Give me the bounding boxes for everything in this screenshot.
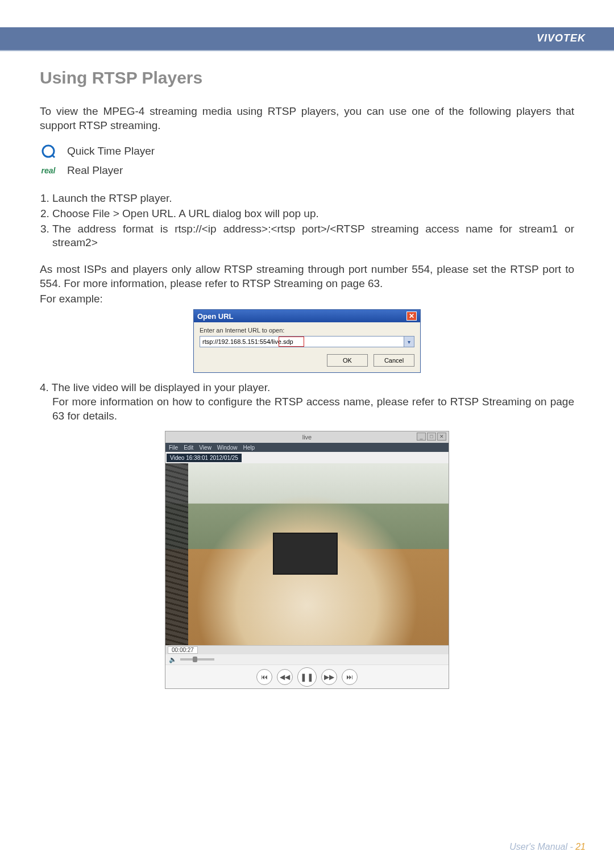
step-text: Launch the RTSP player. — [52, 192, 172, 204]
page-content: Using RTSP Players To view the MPEG-4 st… — [0, 51, 614, 689]
ok-button[interactable]: OK — [327, 354, 368, 367]
dialog-titlebar: Open URL ✕ — [194, 310, 420, 322]
player-row-realplayer: real Real Player — [40, 162, 574, 179]
step-4-lead: 4. The live video will be displayed in y… — [40, 381, 270, 393]
forward-icon[interactable]: ▶▶ — [321, 669, 337, 685]
player-window: live _ □ ✕ File Edit View Window Help Vi… — [165, 431, 449, 689]
skip-forward-icon[interactable]: ⏭ — [342, 669, 358, 685]
page-number: 21 — [575, 842, 586, 852]
menu-window[interactable]: Window — [217, 445, 238, 451]
for-example-label: For example: — [40, 292, 574, 306]
elapsed-time: 00:00:27 — [168, 646, 198, 654]
url-combobox[interactable]: ▾ — [200, 336, 414, 347]
footer-label: User's Manual - — [509, 842, 575, 852]
player-title-text: live — [302, 434, 312, 441]
minimize-icon[interactable]: _ — [417, 433, 426, 441]
transport-controls: ⏮ ◀◀ ❚❚ ▶▶ ⏭ — [165, 665, 449, 688]
cancel-button[interactable]: Cancel — [374, 354, 414, 367]
step-4-sub: For more information on how to configure… — [40, 395, 574, 423]
menu-view[interactable]: View — [199, 445, 211, 451]
player-titlebar: live _ □ ✕ — [165, 431, 449, 443]
dialog-title-text: Open URL — [197, 312, 234, 321]
skip-back-icon[interactable]: ⏮ — [256, 669, 272, 685]
section-title: Using RTSP Players — [40, 68, 574, 88]
speaker-icon[interactable]: 🔈 — [169, 656, 177, 663]
isp-note: As most ISPs and players only allow RTSP… — [40, 263, 574, 290]
volume-slider[interactable] — [180, 658, 214, 661]
video-overlay-row: Video 16:38:01 2012/01/25 — [165, 452, 449, 463]
menu-file[interactable]: File — [169, 445, 178, 451]
url-input[interactable] — [200, 337, 404, 347]
pause-icon[interactable]: ❚❚ — [297, 667, 317, 687]
player-window-wrap: live _ □ ✕ File Edit View Window Help Vi… — [40, 431, 574, 689]
steps-list: Launch the RTSP player. Choose File > Op… — [40, 192, 574, 250]
volume-knob[interactable] — [193, 657, 197, 662]
video-frame — [165, 463, 449, 645]
realplayer-icon: real — [40, 162, 57, 179]
player-list: Quick Time Player real Real Player — [40, 143, 574, 179]
window-buttons: _ □ ✕ — [417, 433, 446, 441]
volume-row: 🔈 — [165, 654, 449, 665]
open-url-dialog-wrap: Open URL ✕ Enter an Internet URL to open… — [40, 309, 574, 373]
step-text: Choose File > Open URL. A URL dialog box… — [52, 207, 319, 219]
rewind-icon[interactable]: ◀◀ — [277, 669, 293, 685]
dialog-body: Enter an Internet URL to open: ▾ OK Canc… — [194, 322, 420, 372]
chevron-down-icon[interactable]: ▾ — [404, 337, 414, 347]
step-text: The address format is rtsp://<ip address… — [52, 223, 574, 249]
player-label: Real Player — [67, 164, 123, 177]
menu-help[interactable]: Help — [243, 445, 255, 451]
step-1: Launch the RTSP player. — [52, 192, 574, 206]
maximize-icon[interactable]: □ — [427, 433, 436, 441]
open-url-dialog: Open URL ✕ Enter an Internet URL to open… — [193, 309, 421, 373]
dialog-button-row: OK Cancel — [200, 354, 414, 367]
player-menubar: File Edit View Window Help — [165, 443, 449, 452]
player-label: Quick Time Player — [67, 145, 155, 157]
step-4-block: 4. The live video will be displayed in y… — [40, 381, 574, 423]
menu-edit[interactable]: Edit — [184, 445, 193, 451]
close-icon[interactable]: ✕ — [437, 433, 446, 441]
intro-paragraph: To view the MPEG-4 streaming media using… — [40, 105, 574, 132]
player-row-quicktime: Quick Time Player — [40, 143, 574, 160]
step-3: The address format is rtsp://<ip address… — [52, 222, 574, 250]
dialog-field-label: Enter an Internet URL to open: — [200, 327, 414, 334]
step-2: Choose File > Open URL. A URL dialog box… — [52, 207, 574, 221]
brand-label: VIVOTEK — [537, 32, 586, 44]
quicktime-icon — [40, 143, 57, 160]
header-band: VIVOTEK — [0, 0, 614, 51]
footer: User's Manual - 21 — [509, 842, 586, 852]
close-icon[interactable]: ✕ — [406, 312, 417, 321]
video-timestamp-overlay: Video 16:38:01 2012/01/25 — [167, 454, 242, 462]
time-bar: 00:00:27 — [165, 645, 449, 654]
